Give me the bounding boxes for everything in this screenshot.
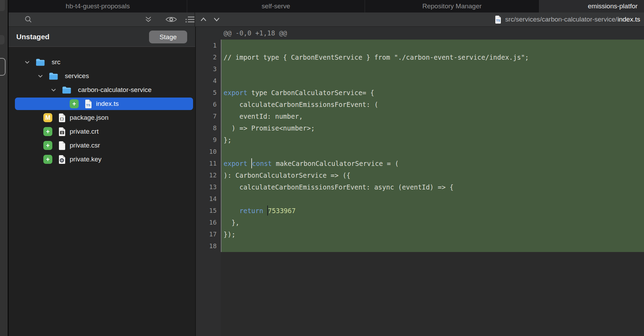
tree-item-label: private.key (70, 156, 102, 163)
json-file-icon: {} (58, 113, 66, 123)
tree-file-package-json[interactable]: M{}package.json (9, 111, 195, 125)
added-lines-block: // import type { CarbonEventService } fr… (221, 40, 644, 252)
prev-hunk-icon[interactable] (199, 12, 208, 26)
tab-hb-t4-guest-proposals[interactable]: hb-t4-guest-proposals (9, 0, 187, 12)
tab-label: Repository Manager (422, 2, 481, 10)
code-line-11[interactable]: export const makeCarbonCalculatorService… (221, 158, 644, 169)
code-line-17[interactable]: }); (221, 228, 644, 240)
tab-emissions-platfor[interactable]: emissions-platfor (539, 0, 644, 12)
tree-file-private-csr[interactable]: +private.csr (9, 138, 195, 152)
key-file-icon (58, 155, 66, 164)
tree-folder-src[interactable]: src (9, 55, 195, 69)
tab-self-serve[interactable]: self-serve (187, 0, 365, 12)
code-line-15[interactable]: return 7533967 (221, 205, 644, 217)
diff-file-path: TS src/services/carbon-calculator-servic… (495, 12, 640, 26)
tree-item-label: src (52, 58, 60, 66)
line-number: 13 (196, 181, 221, 193)
code-token: ) => Promise<number>; (224, 124, 315, 132)
svg-text:TS: TS (86, 103, 90, 107)
code-line-3[interactable] (221, 63, 644, 75)
code-token: calculateCarbonEmissionsForEvent: async … (224, 183, 453, 191)
tree-folder-carbon-calculator-service[interactable]: carbon-calculator-service (9, 83, 195, 97)
tree-item-label: services (65, 72, 89, 80)
tree-file-private-key[interactable]: +private.key (9, 152, 195, 166)
code-token: ): CarbonCalculatorService => ({ (224, 171, 350, 179)
unstaged-title: Unstaged (9, 33, 50, 41)
tree-file-private-crt[interactable]: +private.crt (9, 125, 195, 138)
code-line-1[interactable] (221, 40, 644, 51)
next-hunk-icon[interactable] (212, 12, 221, 26)
edge-fragment (0, 35, 5, 44)
chevron-down-icon[interactable] (51, 87, 56, 93)
code-line-12[interactable]: ): CarbonCalculatorService => ({ (221, 169, 644, 181)
edge-fragment (0, 0, 5, 11)
window-edge-strip (0, 0, 8, 336)
folder-icon (49, 72, 58, 81)
keyword-token: export (224, 89, 247, 96)
line-number: 1 (196, 40, 221, 51)
tree-file-index-ts[interactable]: +TSindex.ts (9, 97, 195, 111)
tree-item-label: index.ts (96, 100, 119, 108)
code-token (263, 207, 267, 215)
collapse-all-icon[interactable] (143, 12, 154, 26)
doc-file-icon (58, 141, 66, 150)
code-line-2[interactable]: // import type { CarbonEventService } fr… (221, 51, 644, 63)
line-number: 4 (196, 75, 221, 87)
code-line-10[interactable] (221, 146, 644, 158)
chevron-down-icon[interactable] (38, 73, 43, 79)
tab-label: self-serve (262, 2, 290, 10)
tree-item-label: package.json (70, 114, 108, 121)
line-number: 11 (196, 158, 221, 169)
code-token: makeCarbonCalculatorService = ( (272, 160, 399, 167)
line-number: 18 (196, 240, 221, 252)
preview-eye-icon[interactable] (165, 12, 178, 26)
line-number: 16 (196, 217, 221, 228)
tree-folder-services[interactable]: services (9, 69, 195, 83)
tab-label: hb-t4-guest-proposals (66, 2, 130, 10)
code-line-7[interactable]: eventId: number, (221, 110, 644, 122)
file-tree: srcservicescarbon-calculator-service+TSi… (9, 55, 195, 336)
svg-text:TS: TS (496, 19, 501, 22)
line-number: 3 (196, 63, 221, 75)
typescript-file-icon: TS (495, 15, 502, 24)
line-number: 14 (196, 193, 221, 205)
tree-item-label: private.csr (70, 142, 100, 149)
code-line-14[interactable] (221, 193, 644, 205)
tree-item-label: carbon-calculator-service (78, 86, 151, 94)
line-number-gutter: 123456789101112131415161718 (196, 40, 221, 336)
tab-repository-manager[interactable]: Repository Manager (365, 0, 539, 12)
code-token: eventId: number, (224, 112, 303, 120)
code-line-9[interactable]: }; (221, 134, 644, 146)
code-line-18[interactable] (221, 240, 644, 252)
file-path-prefix: src/services/carbon-calculator-service/ (505, 16, 617, 23)
code-line-13[interactable]: calculateCarbonEmissionsForEvent: async … (221, 181, 644, 193)
code-token (224, 207, 240, 215)
app-window: hb-t4-guest-proposalsself-serveRepositor… (0, 0, 644, 336)
search-icon[interactable] (23, 12, 34, 26)
code-line-5[interactable]: export type CarbonCalculatorService= { (221, 87, 644, 99)
code-line-4[interactable] (221, 75, 644, 87)
unstaged-panel: Unstaged Stage srcservicescarbon-calcula… (9, 27, 195, 336)
line-number: 7 (196, 110, 221, 122)
unstaged-header-row: Unstaged Stage (9, 27, 195, 47)
tab-bar: hb-t4-guest-proposalsself-serveRepositor… (9, 0, 644, 13)
hunk-header[interactable]: @@ -0,0 +1,18 @@ (196, 27, 644, 40)
line-number: 5 (196, 87, 221, 99)
keyword-token: export (224, 160, 247, 167)
modified-status-badge: M (43, 113, 52, 122)
file-path-name: index.ts (618, 16, 640, 23)
ts-file-icon: TS (84, 99, 93, 109)
line-number: 6 (196, 99, 221, 110)
code-line-16[interactable]: }, (221, 217, 644, 228)
line-number: 2 (196, 51, 221, 63)
code-line-6[interactable]: calculateCarbonEmissionsForEvent: ( (221, 99, 644, 110)
keyword-token: return (240, 207, 263, 215)
cert-file-icon (58, 127, 66, 136)
toolbar-divider (194, 12, 195, 26)
code-token: // import type { CarbonEventService } fr… (224, 53, 529, 61)
stage-button[interactable]: Stage (149, 31, 187, 43)
added-status-badge: + (43, 155, 52, 164)
code-line-8[interactable]: ) => Promise<number>; (221, 122, 644, 134)
added-status-badge: + (70, 99, 79, 108)
chevron-down-icon[interactable] (25, 59, 30, 65)
